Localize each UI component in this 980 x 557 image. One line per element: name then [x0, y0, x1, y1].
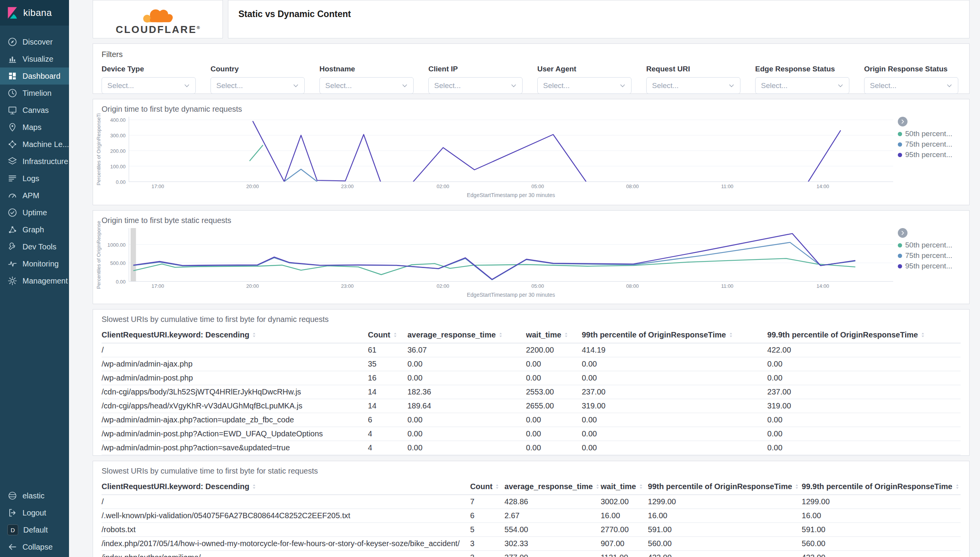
- graph-icon: [7, 225, 17, 235]
- table-row: /wp-admin/admin-post.php?action=save&upd…: [102, 441, 961, 455]
- cell-value: 423.00: [802, 551, 961, 557]
- sidebar-item-discover[interactable]: Discover: [0, 33, 69, 50]
- y-tick-label: 1000.00: [107, 242, 126, 247]
- sidebar-item-management[interactable]: Management: [0, 272, 69, 289]
- x-tick-label: 14:00: [816, 283, 829, 289]
- legend-label: 50th percent...: [905, 241, 952, 249]
- y-tick-label: 100.00: [110, 164, 126, 170]
- column-header-average-response-time[interactable]: average_response_time: [504, 479, 600, 495]
- sidebar-item-label: Monitoring: [22, 259, 59, 268]
- sidebar-footer-item-default[interactable]: DDefault: [0, 521, 69, 538]
- column-header-count[interactable]: Count: [368, 327, 407, 343]
- table-row: /robots.txt5554.002770.00591.00591.00: [102, 523, 961, 537]
- filter-label: Hostname: [319, 65, 414, 73]
- sidebar-item-logs[interactable]: Logs: [0, 170, 69, 187]
- infrastructure-icon: [7, 156, 17, 166]
- legend-item-50th-percent[interactable]: 50th percent...: [898, 241, 966, 249]
- column-header-clientrequesturi-keyword-descending[interactable]: ClientRequestURI.keyword: Descending: [102, 327, 368, 343]
- filter-select-country[interactable]: Select...: [210, 77, 305, 94]
- chart-plot-area[interactable]: [129, 228, 893, 282]
- column-header-wait-time[interactable]: wait_time: [600, 479, 648, 495]
- legend-label: 95th percent...: [905, 150, 952, 159]
- table-header-row: ClientRequestURI.keyword: DescendingCoun…: [102, 327, 961, 343]
- cell-value: 6: [368, 413, 407, 427]
- chevron-down-icon: [510, 82, 518, 90]
- sort-icon: [794, 483, 800, 490]
- sidebar-footer-label: Collapse: [22, 543, 53, 552]
- select-placeholder: Select...: [543, 81, 570, 90]
- sidebar-item-monitoring[interactable]: Monitoring: [0, 255, 69, 272]
- table-row: /7428.863002.001299.001299.00: [102, 495, 961, 509]
- sidebar-item-timelion[interactable]: Timelion: [0, 85, 69, 102]
- sidebar-item-graph[interactable]: Graph: [0, 221, 69, 238]
- table-row: /wp-admin/admin-ajax.php?action=...40.00…: [102, 455, 961, 456]
- sidebar-item-machine-le[interactable]: Machine Le...: [0, 136, 69, 153]
- column-header-count[interactable]: Count: [470, 479, 505, 495]
- sidebar-item-label: Dashboard: [22, 72, 60, 81]
- filter-select-device-type[interactable]: Select...: [102, 77, 196, 94]
- sidebar-item-infrastructure[interactable]: Infrastructure: [0, 153, 69, 170]
- sidebar-footer-label: Logout: [22, 509, 46, 517]
- legend-item-75th-percent[interactable]: 75th percent...: [898, 140, 966, 149]
- sort-icon: [563, 332, 569, 338]
- cell-value: 2770.00: [600, 523, 648, 537]
- y-axis-ticks: 0.00500.001000.00: [104, 228, 129, 282]
- x-tick-label: 17:00: [152, 183, 164, 189]
- legend-item-95th-percent[interactable]: 95th percent...: [898, 150, 966, 159]
- sidebar-item-dev-tools[interactable]: Dev Tools: [0, 238, 69, 255]
- sidebar-item-label: Canvas: [22, 106, 49, 115]
- legend-item-50th-percent[interactable]: 50th percent...: [898, 130, 966, 138]
- cell-value: 3: [470, 537, 505, 551]
- sidebar-footer-item-collapse[interactable]: Collapse: [0, 538, 69, 555]
- filter-select-origin-response-status[interactable]: Select...: [864, 77, 958, 94]
- kibana-header[interactable]: kibana: [0, 0, 69, 26]
- filter-select-client-ip[interactable]: Select...: [428, 77, 523, 94]
- column-header-99th-percentile-of-originresponsetime[interactable]: 99th percentile of OriginResponseTime: [582, 327, 768, 343]
- y-tick-label: 200.00: [110, 148, 126, 154]
- chart-legend: 50th percent...75th percent...95th perce…: [893, 117, 969, 182]
- legend-item-95th-percent[interactable]: 95th percent...: [898, 262, 966, 270]
- chart-panel-dynamic-requests: Origin time to first byte dynamic reques…: [93, 99, 970, 205]
- cell-value: 14: [368, 385, 407, 399]
- filter-group-origin-response-status: Origin Response StatusSelect...: [864, 65, 958, 94]
- cell-uri: /cdn-cgi/apps/head/xVgyKhR-vV3dAUGhMqfBc…: [102, 399, 368, 413]
- sidebar-item-maps[interactable]: Maps: [0, 119, 69, 136]
- legend-toggle-button[interactable]: [898, 228, 908, 238]
- cell-value: 0.00: [767, 455, 961, 456]
- sidebar-item-label: Maps: [22, 123, 41, 132]
- table-header-row: ClientRequestURI.keyword: DescendingCoun…: [102, 479, 961, 495]
- column-header-clientrequesturi-keyword-descending[interactable]: ClientRequestURI.keyword: Descending: [102, 479, 470, 495]
- cell-uri: /: [102, 343, 368, 357]
- filter-select-edge-response-status[interactable]: Select...: [755, 77, 849, 94]
- filters-panel: Filters Device TypeSelect...CountrySelec…: [93, 43, 970, 94]
- sidebar-item-label: Graph: [22, 225, 44, 234]
- legend-item-75th-percent[interactable]: 75th percent...: [898, 251, 966, 260]
- filter-select-user-agent[interactable]: Select...: [537, 77, 631, 94]
- cell-value: 560.00: [648, 537, 802, 551]
- registered-mark: ®: [197, 25, 200, 30]
- filter-select-request-uri[interactable]: Select...: [646, 77, 740, 94]
- sort-icon: [251, 483, 257, 490]
- x-axis-caption: EdgeStartTimestamp per 30 minutes: [129, 192, 893, 198]
- sidebar-item-uptime[interactable]: Uptime: [0, 204, 69, 221]
- sidebar-footer-item-logout[interactable]: Logout: [0, 504, 69, 521]
- sidebar-footer-item-elastic[interactable]: elastic: [0, 487, 69, 504]
- uptime-icon: [7, 208, 17, 218]
- x-tick-label: 05:00: [531, 183, 544, 189]
- filter-select-hostname[interactable]: Select...: [319, 77, 414, 94]
- column-header-label: average_response_time: [504, 482, 593, 491]
- sidebar-item-visualize[interactable]: Visualize: [0, 50, 69, 67]
- column-header-average-response-time[interactable]: average_response_time: [407, 327, 526, 343]
- cell-value: 0.00: [582, 455, 768, 456]
- sidebar-item-apm[interactable]: APM: [0, 187, 69, 204]
- x-tick-label: 14:00: [816, 183, 829, 189]
- column-header-99th-percentile-of-originresponsetime[interactable]: 99th percentile of OriginResponseTime: [648, 479, 802, 495]
- sidebar-item-dashboard[interactable]: Dashboard: [0, 67, 69, 85]
- column-header-wait-time[interactable]: wait_time: [526, 327, 582, 343]
- sidebar-item-canvas[interactable]: Canvas: [0, 102, 69, 119]
- column-header-99-9th-percentile-of-originresponsetime[interactable]: 99.9th percentile of OriginResponseTime: [802, 479, 961, 495]
- main-content: CLOUDFLARE® Static vs Dynamic Content Fi…: [69, 0, 980, 557]
- legend-toggle-button[interactable]: [898, 117, 908, 126]
- column-header-99-9th-percentile-of-originresponsetime[interactable]: 99.9th percentile of OriginResponseTime: [767, 327, 961, 343]
- chart-plot-area[interactable]: [129, 117, 893, 182]
